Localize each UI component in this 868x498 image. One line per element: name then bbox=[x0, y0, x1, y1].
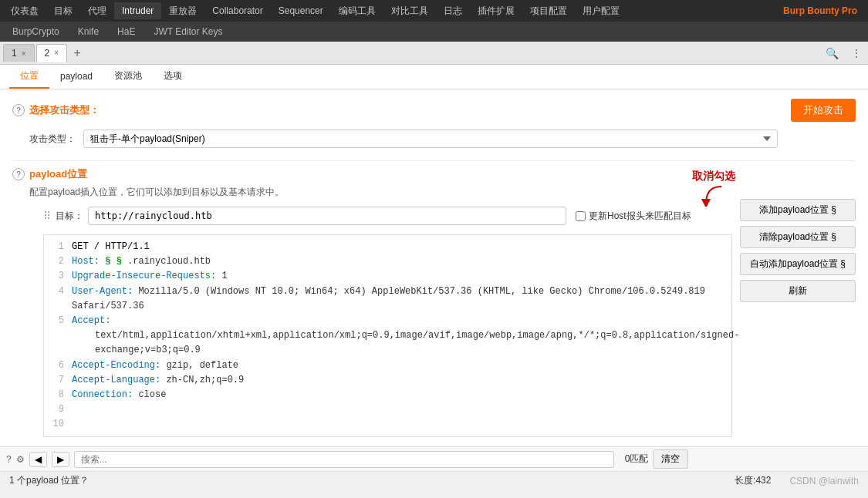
sub-menu-burpcrypto[interactable]: BurpCrypto bbox=[3, 23, 69, 40]
nav-tab-resource-pool[interactable]: 资源池 bbox=[103, 65, 153, 89]
sub-menu-jwt-editor-keys[interactable]: JWT Editor Keys bbox=[144, 23, 231, 40]
burp-bounty-pro-label: Burp Bounty Pro bbox=[775, 2, 865, 19]
menu-dashboard[interactable]: 仪表盘 bbox=[3, 2, 46, 21]
auto-add-payload-position-button[interactable]: 自动添加payload位置 § bbox=[740, 253, 856, 275]
match-count-label: 0匹配 bbox=[625, 453, 649, 466]
menu-intruder[interactable]: Intruder bbox=[114, 2, 161, 19]
code-line-5b: text/html,application/xhtml+xml,applicat… bbox=[49, 328, 727, 358]
tab-2[interactable]: 2 × bbox=[36, 44, 68, 62]
code-line-6: 6 Accept-Encoding: gzip, deflate bbox=[49, 358, 727, 373]
menu-decoder[interactable]: 编码工具 bbox=[331, 2, 383, 21]
menu-repeater[interactable]: 重放器 bbox=[161, 2, 204, 21]
code-line-8: 8 Connection: close bbox=[49, 388, 727, 402]
length-label: 长度:432 bbox=[735, 474, 771, 487]
add-payload-position-button[interactable]: 添加payload位置 § bbox=[740, 199, 856, 221]
sub-menu-hae[interactable]: HaE bbox=[108, 23, 144, 40]
target-row: ⠿ 目标： 更新Host报头来匹配目标 取消勾选 bbox=[43, 207, 856, 225]
cancel-tooltip-text: 取消勾选 bbox=[692, 170, 735, 183]
menu-project-options[interactable]: 项目配置 bbox=[522, 2, 575, 21]
code-line-10: 10 bbox=[49, 417, 727, 432]
code-editor[interactable]: 1 GET / HTTP/1.1 2 Host: § § .rainycloud… bbox=[43, 234, 732, 437]
tab-1-close[interactable]: × bbox=[22, 49, 26, 58]
attack-type-title: 选择攻击类型： bbox=[29, 103, 100, 117]
code-line-2: 2 Host: § § .rainycloud.htb bbox=[49, 254, 727, 269]
menu-bar: 仪表盘 目标 代理 Intruder 重放器 Collaborator Sequ… bbox=[0, 0, 868, 22]
payload-body: ⠿ 目标： 更新Host报头来匹配目标 取消勾选 bbox=[12, 207, 856, 437]
code-line-4: 4 User-Agent: Mozilla/5.0 (Windows NT 10… bbox=[49, 284, 727, 314]
attack-type-select[interactable]: 狙击手-单个payload(Sniper) bbox=[83, 130, 778, 148]
status-bar: 1 个payload 位置？ 长度:432 CSDN @lainwith bbox=[0, 471, 868, 490]
attack-type-label: 攻击类型： bbox=[29, 133, 76, 146]
bottom-search-input[interactable] bbox=[74, 451, 614, 468]
payload-section: ? payload位置 配置payload插入位置，它们可以添加到目标以及基本请… bbox=[12, 167, 856, 437]
target-input[interactable] bbox=[88, 207, 566, 225]
csdn-credit-label: CSDN @lainwith bbox=[789, 476, 859, 486]
tab-add-button[interactable]: + bbox=[69, 45, 86, 62]
code-line-7: 7 Accept-Language: zh-CN,zh;q=0.9 bbox=[49, 373, 727, 388]
nav-tab-options[interactable]: 选项 bbox=[153, 65, 193, 89]
attack-type-help-icon[interactable]: ? bbox=[12, 104, 25, 116]
code-line-5: 5 Accept: bbox=[49, 314, 727, 328]
menu-user-options[interactable]: 用户配置 bbox=[575, 2, 627, 21]
nav-back-button[interactable]: ◀ bbox=[29, 452, 47, 467]
host-checkbox-label: 更新Host报头来匹配目标 bbox=[589, 210, 691, 223]
nav-forward-button[interactable]: ▶ bbox=[52, 452, 69, 467]
sub-menu-bar: BurpCrypto Knife HaE JWT Editor Keys bbox=[0, 22, 868, 42]
code-line-3: 3 Upgrade-Insecure-Requests: 1 bbox=[49, 269, 727, 284]
cancel-tooltip-container: 取消勾选 bbox=[692, 170, 735, 207]
menu-target[interactable]: 目标 bbox=[46, 2, 80, 21]
host-update-checkbox[interactable] bbox=[576, 211, 586, 221]
menu-sequencer[interactable]: Sequencer bbox=[271, 2, 331, 19]
menu-collaborator[interactable]: Collaborator bbox=[204, 2, 270, 19]
more-options-icon[interactable]: ⋮ bbox=[848, 45, 865, 61]
search-icon[interactable]: 🔍 bbox=[822, 45, 842, 61]
menu-proxy[interactable]: 代理 bbox=[80, 2, 114, 21]
payload-help-icon[interactable]: ? bbox=[12, 168, 25, 180]
code-line-9: 9 bbox=[49, 402, 727, 417]
code-line-1: 1 GET / HTTP/1.1 bbox=[49, 240, 727, 254]
menu-comparer[interactable]: 对比工具 bbox=[383, 2, 436, 21]
sub-menu-knife[interactable]: Knife bbox=[69, 23, 108, 40]
drag-handle-icon[interactable]: ⠿ bbox=[43, 210, 51, 222]
bottom-settings-icon[interactable]: ⚙ bbox=[16, 454, 25, 465]
bottom-bar: ? ⚙ ◀ ▶ 0匹配 清空 bbox=[0, 446, 868, 471]
menu-extensions[interactable]: 插件扩展 bbox=[470, 2, 522, 21]
attack-type-section-header: ? 选择攻击类型： 开始攻击 bbox=[12, 99, 856, 122]
tab-2-label: 2 bbox=[45, 48, 50, 59]
nav-tabs: 位置 payload 资源池 选项 bbox=[0, 65, 868, 89]
menu-logger[interactable]: 日志 bbox=[436, 2, 470, 21]
nav-tab-position[interactable]: 位置 bbox=[9, 65, 49, 89]
tab-bar: 1 × 2 × + 🔍 ⋮ bbox=[0, 42, 868, 65]
bottom-help-icon[interactable]: ? bbox=[6, 454, 12, 465]
host-checkbox-area: 更新Host报头来匹配目标 bbox=[576, 210, 691, 223]
clear-button[interactable]: 清空 bbox=[653, 449, 688, 469]
tab-1-label: 1 bbox=[12, 48, 17, 59]
tab-1[interactable]: 1 × bbox=[3, 44, 35, 62]
target-label: 目标： bbox=[56, 210, 83, 223]
tab-bar-right: 🔍 ⋮ bbox=[822, 45, 865, 61]
tab-2-close[interactable]: × bbox=[54, 49, 59, 57]
main-content: ? 选择攻击类型： 开始攻击 攻击类型： 狙击手-单个payload(Snipe… bbox=[0, 89, 868, 446]
action-buttons-group: 添加payload位置 § 清除payload位置 § 自动添加payload位… bbox=[740, 199, 856, 302]
nav-tab-payload[interactable]: payload bbox=[49, 66, 103, 88]
refresh-button[interactable]: 刷新 bbox=[740, 280, 856, 302]
attack-type-row: 攻击类型： 狙击手-单个payload(Sniper) bbox=[12, 130, 856, 148]
section-divider bbox=[12, 160, 856, 161]
cancel-arrow-icon bbox=[698, 183, 729, 207]
payload-count-label: 1 个payload 位置？ bbox=[9, 474, 89, 487]
payload-section-title: payload位置 bbox=[29, 167, 87, 181]
clear-payload-position-button[interactable]: 清除payload位置 § bbox=[740, 226, 856, 248]
start-attack-button[interactable]: 开始攻击 bbox=[791, 99, 856, 122]
